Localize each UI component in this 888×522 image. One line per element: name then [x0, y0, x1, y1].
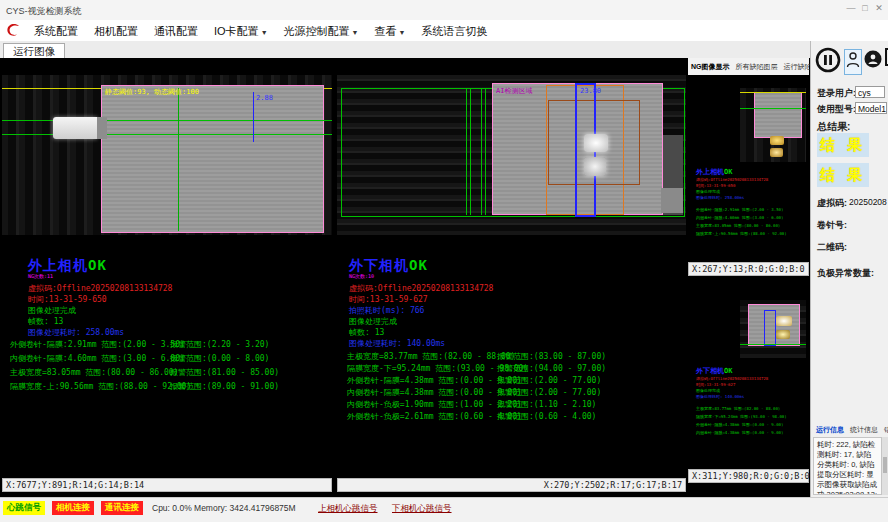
- mini-measure-row: 隔膜宽度-下=95.24mm 范围:(93.00 - 98.00): [696, 414, 787, 420]
- admin-user-button[interactable]: [864, 50, 882, 72]
- lower-camera-heartbeat-link[interactable]: 下相机心跳信号: [392, 503, 452, 515]
- blue-measure-line: [253, 92, 254, 142]
- roi-rect: [754, 92, 802, 138]
- menu-light-config[interactable]: 光源控制配置▼: [276, 24, 367, 39]
- time-text: 时间:13-31-59-627: [349, 294, 428, 305]
- login-user-label: 登录用户:: [817, 87, 856, 100]
- mini-measure-row: 内侧卷针-隔膜:4.60mm 范围:(3.00 - 6.00): [696, 215, 783, 221]
- camera-result-title: 外下相机OK: [696, 366, 732, 376]
- roi-threshold-label: 静态阈值:93, 动态阈值:100: [105, 87, 199, 97]
- exit-button[interactable]: [884, 47, 888, 71]
- alarm-range: 报警范围:(81.00 - 85.00): [170, 367, 279, 378]
- contact-highlight: [584, 134, 608, 152]
- measurement-row: 外侧卷针-隔膜:2.91mm 范围:(2.00 - 3.50): [10, 339, 185, 350]
- user-login-button[interactable]: [844, 49, 862, 75]
- measure-tag: 2.88: [256, 94, 273, 102]
- tab-error-info[interactable]: 错误信息: [882, 425, 888, 435]
- menu-comm-config[interactable]: 通讯配置: [146, 24, 206, 39]
- measurement-row: 主极宽度=83.05mm 范围:(80.00 - 86.00): [10, 367, 178, 378]
- log-scrollbar-thumb[interactable]: [883, 457, 887, 473]
- measurement-row: 外侧卷针-负极=2.61mm 范围:(0.60 - 4.00): [347, 411, 522, 422]
- thumbnail-image: [740, 88, 806, 162]
- bright-defect-spot: [770, 136, 784, 145]
- mini-measure-row: 主极宽度=83.05mm 范围:(80.00 - 86.00): [696, 223, 780, 229]
- minimize-button[interactable]: —: [844, 3, 858, 13]
- measurement-row: 内侧卷针-负极=1.90mm 范围:(1.00 - 2.20): [347, 399, 522, 410]
- close-button[interactable]: ✕: [872, 3, 886, 13]
- probe-tip: [97, 117, 107, 139]
- upper-camera-view[interactable]: 2.88 静态阈值:93, 动态阈值:100 外上相机OK NG次数:11 虚拟…: [2, 75, 332, 478]
- green-guide-line: [740, 108, 806, 109]
- log-scrollbar[interactable]: [881, 437, 888, 495]
- tab-strip: 运行图像: [0, 41, 888, 59]
- roi-rect: [101, 85, 324, 233]
- trigger-time-text: 拍照耗时(ms): 766: [349, 305, 424, 316]
- alarm-range: 报警范围:(0.60 - 4.00): [497, 411, 596, 422]
- lower-camera-view[interactable]: AI检测区域 23.80 外下相机OK NG次数:10 虚拟码:Offline2…: [337, 75, 686, 478]
- login-user-value[interactable]: cys: [855, 86, 885, 98]
- right-sidebar: 登录用户: cys 使用型号: Model1 总结果: 结 果 结 果 虚拟码:…: [810, 41, 888, 497]
- alarm-range: 报警范围:(89.00 - 91.00): [170, 381, 279, 392]
- green-guide-line: [740, 344, 806, 345]
- menu-view[interactable]: 查看▼: [367, 24, 414, 39]
- tab-run-info[interactable]: 运行信息: [814, 425, 846, 435]
- tab-ng-image[interactable]: NG图像显示: [688, 62, 733, 72]
- tab-stats-info[interactable]: 统计信息: [848, 425, 880, 435]
- window-title: CYS-视觉检测系统: [6, 5, 82, 18]
- mini-measure-row: 主极宽度=83.77mm 范围:(82.00 - 88.00): [696, 406, 780, 412]
- measurement-row: 内侧卷针-隔膜=4.38mm 范围:(0.00 - 9.00): [347, 387, 522, 398]
- bright-defect-spot: [776, 316, 792, 326]
- green-guide-line: [466, 88, 467, 215]
- ng-count-text: NG次数:10: [349, 273, 374, 279]
- upper-camera-coords: X:7677;Y:891;R:14;G:14;B:14: [2, 478, 332, 492]
- alarm-range: 报警范围:(83.00 - 87.00): [497, 351, 606, 362]
- blue-measure-rect: [764, 310, 776, 346]
- tab-all-defect-layers[interactable]: 所有缺陷图层: [733, 62, 781, 72]
- negative-count-label: 负极异常数量:: [817, 267, 874, 280]
- barcode-text: 虚拟码:Offline20250208133134728: [349, 283, 493, 294]
- mini-measure-row: 外侧卷针-隔膜=4.38mm 范围:(0.00 - 9.00): [696, 422, 783, 428]
- green-guide-line: [178, 88, 179, 231]
- lower-camera-coords: X:270;Y:2502;R:17;G:17;B:17: [337, 478, 686, 492]
- menu-io-config[interactable]: IO卡配置▼: [206, 24, 276, 39]
- run-log-text: 耗时: 222, 缺陷检测耗时: 17, 缺陷分类耗时: 0, 缺陷提取分区耗时…: [813, 437, 887, 495]
- model-select[interactable]: Model1: [855, 102, 887, 114]
- result-badge-upper: 结 果: [817, 133, 869, 157]
- green-guide-line: [2, 134, 332, 135]
- menu-camera-config[interactable]: 相机配置: [86, 24, 146, 39]
- measurement-row: 主极宽度=83.77mm 范围:(82.00 - 88.00): [347, 351, 515, 362]
- frame-count-text: 帧数: 13: [349, 327, 384, 338]
- virtual-code-value: 20250208: [849, 197, 887, 207]
- thumbnail-upper-camera[interactable]: 外上相机OK 虚拟码:Offline20250208133134728 时间:1…: [688, 75, 809, 276]
- alarm-range: 报警范围:(2.20 - 3.20): [170, 339, 269, 350]
- ng-count-text: NG次数:11: [28, 273, 53, 279]
- alarm-range: 报警范围:(2.00 - 77.00): [497, 387, 601, 398]
- process-time-text: 图像处理耗时: 258.00ms: [28, 327, 124, 338]
- chevron-down-icon: ▼: [261, 29, 268, 36]
- thumbnail-lower-camera[interactable]: 外下相机OK 虚拟码:Offline20250208133134728 时间:1…: [688, 282, 809, 469]
- needle-number-label: 卷针号:: [817, 219, 847, 232]
- info-tab-strip: 运行信息 统计信息 错误信息: [814, 425, 888, 435]
- title-bar: CYS-视觉检测系统 — □ ✕: [0, 0, 888, 21]
- bright-defect-spot: [776, 330, 790, 339]
- bright-defect-spot: [770, 148, 783, 157]
- chevron-down-icon: ▼: [399, 29, 406, 36]
- process-time-text: 图像处理耗时: 140.00ms: [349, 338, 445, 349]
- chevron-down-icon: ▼: [352, 29, 359, 36]
- lower-camera-image: AI检测区域 23.80: [337, 75, 686, 235]
- maximize-button[interactable]: □: [858, 3, 872, 13]
- upper-camera-image: 2.88 静态阈值:93, 动态阈值:100: [2, 75, 332, 235]
- ai-area-label: AI检测区域: [496, 86, 532, 96]
- measurement-row: 内侧卷针-隔膜:4.60mm 范围:(3.00 - 6.00): [10, 353, 185, 364]
- heartbeat-status-badge: 心跳信号: [3, 501, 45, 515]
- upper-camera-heartbeat-link[interactable]: 上相机心跳信号: [318, 503, 378, 515]
- pause-button[interactable]: [815, 47, 841, 77]
- thumbnail-image: [740, 300, 806, 358]
- contact-highlight: [584, 157, 606, 176]
- green-guide-line: [2, 120, 332, 121]
- alarm-range: 报警范围:(0.00 - 8.00): [170, 353, 269, 364]
- time-text: 时间:13-31-59-650: [28, 294, 107, 305]
- menu-system-config[interactable]: 系统配置: [26, 24, 86, 39]
- menu-language-switch[interactable]: 系统语言切换: [413, 24, 495, 39]
- menu-items: 系统配置 相机配置 通讯配置 IO卡配置▼ 光源控制配置▼ 查看▼ 系统语言切换: [26, 24, 495, 39]
